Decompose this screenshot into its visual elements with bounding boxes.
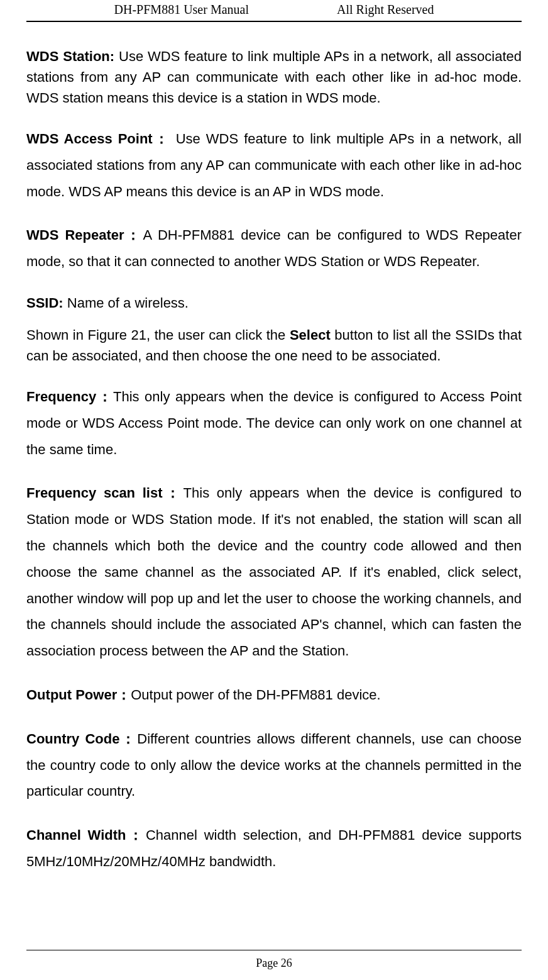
page-number: Page 26 (256, 957, 292, 969)
label-channel-width: Channel Width： (26, 827, 146, 843)
para-wds-station: WDS Station: Use WDS feature to link mul… (26, 46, 522, 108)
label-ssid: SSID: (26, 295, 63, 311)
para-channel-width: Channel Width：Channel width selection, a… (26, 822, 522, 875)
label-wds-ap: WDS Access Point： (26, 131, 170, 147)
para-wds-ap: WDS Access Point： Use WDS feature to lin… (26, 126, 522, 204)
page-header: DH-PFM881 User Manual All Right Reserved (26, 0, 522, 21)
para-shown: Shown in Figure 21, the user can click t… (26, 325, 522, 366)
header-divider (26, 21, 522, 22)
header-right: All Right Reserved (337, 3, 434, 17)
text-output-power: Output power of the DH-PFM881 device. (131, 687, 380, 703)
para-frequency: Frequency：This only appears when the dev… (26, 384, 522, 462)
label-freq-scan: Frequency scan list： (26, 485, 184, 501)
text-freq-scan: This only appears when the device is con… (26, 485, 522, 659)
text-ssid: Name of a wireless. (63, 295, 189, 311)
page-footer: Page 26 (0, 950, 548, 970)
para-country-code: Country Code：Different countries allows … (26, 726, 522, 805)
label-frequency: Frequency： (26, 389, 113, 404)
label-wds-repeater: WDS Repeater： (26, 227, 143, 243)
para-output-power: Output Power：Output power of the DH-PFM8… (26, 682, 522, 708)
text-shown-bold: Select (290, 327, 331, 343)
label-country-code: Country Code： (26, 731, 137, 747)
para-wds-repeater: WDS Repeater：A DH-PFM881 device can be c… (26, 222, 522, 275)
para-ssid: SSID: Name of a wireless. (26, 292, 522, 313)
label-output-power: Output Power： (26, 687, 131, 703)
footer-divider (26, 950, 522, 950)
label-wds-station: WDS Station: (26, 48, 114, 64)
header-left: DH-PFM881 User Manual (114, 3, 249, 17)
para-freq-scan: Frequency scan list：This only appears wh… (26, 480, 522, 664)
text-shown-prefix: Shown in Figure 21, the user can click t… (26, 327, 290, 343)
